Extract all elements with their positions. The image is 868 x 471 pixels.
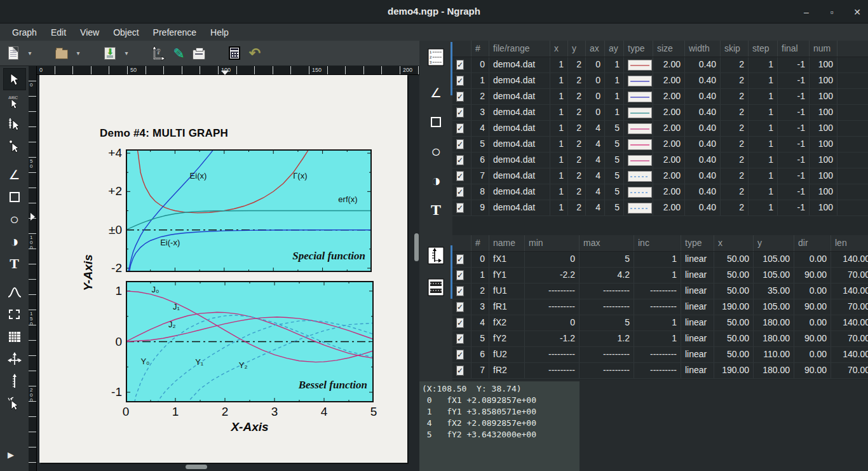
graph-page[interactable]: Demo #4: MULTI GRAPH Ei(x)Γ(x)erf(x)Ei(-… <box>39 75 407 463</box>
tool-axis-point[interactable] <box>3 113 26 135</box>
table-row[interactable]: ✓1demo4.dat12012.000.4021-1100 <box>452 73 868 89</box>
table-row[interactable]: ✓4demo4.dat12452.000.4021-1100 <box>452 121 868 137</box>
h-ruler-label: 50 <box>130 67 137 73</box>
row-checkbox[interactable]: ✓ <box>456 334 464 344</box>
minimize-button[interactable]: – <box>801 7 812 17</box>
table-row[interactable]: ✓0fX1051linear50.00105.000.00140.0010 <box>452 252 868 268</box>
tab-axis[interactable] <box>419 244 452 267</box>
tab-text[interactable]: T <box>419 198 452 221</box>
open-dropdown[interactable]: ▾ <box>74 50 83 57</box>
tool-data-point[interactable] <box>3 135 26 157</box>
row-checkbox[interactable]: ✓ <box>456 318 464 328</box>
bessel-function-plot[interactable]: J₀J₁J₂Y₀Y₁Y₂Bessel function-101012345X-A… <box>126 281 374 402</box>
tool-gauss[interactable] <box>3 281 26 303</box>
ellipse-icon: ○ <box>431 145 441 158</box>
tool-frame-graph[interactable] <box>3 303 26 325</box>
row-checkbox[interactable]: ✓ <box>456 203 464 213</box>
row-checkbox[interactable]: ✓ <box>456 155 464 165</box>
row-checkbox[interactable]: ✓ <box>456 123 464 133</box>
h-ruler-label: 100 <box>221 67 231 73</box>
save-dropdown[interactable]: ▾ <box>122 50 131 57</box>
tool-single-axis[interactable] <box>3 370 26 392</box>
table-row[interactable]: ✓6demo4.dat12452.000.4021-1100 <box>452 153 868 168</box>
table-row[interactable]: ✓2demo4.dat12012.000.4021-1100 <box>452 89 868 105</box>
print-button[interactable] <box>191 44 207 62</box>
save-button[interactable] <box>102 44 118 62</box>
table-row[interactable]: ✓5demo4.dat12452.000.4021-1100 <box>452 137 868 153</box>
row-checkbox[interactable]: ✓ <box>456 254 464 264</box>
row-checkbox[interactable]: ✓ <box>456 92 464 102</box>
tab-data-list[interactable]: 123 <box>419 46 452 69</box>
tool-point[interactable] <box>3 68 26 90</box>
col-header <box>452 235 471 251</box>
new-graph-button[interactable] <box>5 44 22 62</box>
draw-button[interactable]: ✎ <box>170 44 187 62</box>
table-row[interactable]: ✓1fY1-2.24.21linear50.00105.0090.0070.00… <box>452 268 868 283</box>
tool-rectangle[interactable] <box>3 186 26 208</box>
canvas-vertical-scrollbar[interactable] <box>414 75 419 471</box>
row-checkbox[interactable]: ✓ <box>456 365 464 376</box>
table-row[interactable]: ✓0demo4.dat12012.000.4021-1100 <box>452 57 868 73</box>
table-row[interactable]: ✓7fR2---------------------------linear19… <box>452 363 868 379</box>
menu-preference[interactable]: Preference <box>146 25 203 40</box>
row-checkbox[interactable]: ✓ <box>456 107 464 118</box>
table-row[interactable]: ✓4fX2051linear50.00180.000.00140.0014 <box>452 315 868 331</box>
table-row[interactable]: ✓3fR1---------------------------linear19… <box>452 299 868 315</box>
palette-expand-arrow[interactable]: ▶ <box>8 450 14 460</box>
undo-button[interactable]: ↶ <box>247 44 263 62</box>
axis-list-icon <box>428 247 444 264</box>
row-checkbox[interactable]: ✓ <box>456 76 464 86</box>
row-checkbox[interactable]: ✓ <box>456 270 464 280</box>
tab-rectangle[interactable] <box>419 111 452 133</box>
table-row[interactable]: ✓3demo4.dat12012.000.4021-1100 <box>452 105 868 121</box>
vertical-scroll-thumb[interactable] <box>414 233 419 261</box>
graph-title[interactable]: Demo #4: MULTI GRAPH <box>100 127 228 140</box>
new-dropdown[interactable]: ▾ <box>25 50 34 57</box>
tool-zoom[interactable] <box>3 392 26 414</box>
tab-path[interactable]: ∠ <box>419 81 452 104</box>
row-checkbox[interactable]: ✓ <box>456 302 464 312</box>
row-checkbox[interactable]: ✓ <box>456 286 464 296</box>
table-row[interactable]: ✓8demo4.dat12452.000.4021-1100 <box>452 184 868 200</box>
tool-path[interactable]: ∠ <box>3 163 26 186</box>
y-axis-title[interactable]: Y-Axis <box>81 254 95 291</box>
table-row[interactable]: ✓2fU1---------------------------linear50… <box>452 283 868 299</box>
open-button[interactable] <box>53 44 70 62</box>
col-header: x <box>714 235 754 251</box>
tool-arc[interactable]: ◑ <box>3 230 26 252</box>
menu-edit[interactable]: Edit <box>44 25 73 40</box>
table-row[interactable]: ✓5fY2-1.21.21linear50.00180.0090.0070.00… <box>452 331 868 347</box>
menu-object[interactable]: Object <box>106 25 146 40</box>
cell-id: 9 <box>471 200 489 215</box>
table-row[interactable]: ✓7demo4.dat12452.000.4021-1100 <box>452 168 868 184</box>
x-axis-title[interactable]: X-Axis <box>224 420 275 434</box>
row-checkbox[interactable]: ✓ <box>456 171 464 181</box>
horizontal-scroll-thumb[interactable] <box>186 465 207 469</box>
menu-help[interactable]: Help <box>203 25 236 40</box>
evaluate-button[interactable] <box>226 44 243 62</box>
tab-merge[interactable] <box>419 276 452 299</box>
tool-ellipse[interactable]: ○ <box>3 208 26 230</box>
table-row[interactable]: ✓6fU2---------------------------linear50… <box>452 347 868 363</box>
special-function-plot[interactable]: Ei(x)Γ(x)erf(x)Ei(-x)Special function-2±… <box>126 149 372 272</box>
close-button[interactable]: ✕ <box>851 7 863 17</box>
row-checkbox[interactable]: ✓ <box>456 139 464 149</box>
tool-cross-graph[interactable] <box>3 348 26 370</box>
tool-section-graph[interactable] <box>3 325 26 348</box>
tab-ellipse[interactable]: ○ <box>419 140 452 163</box>
y-tick-label: +2 <box>97 184 122 198</box>
maximize-button[interactable]: ▫ <box>826 7 837 17</box>
tab-arc[interactable]: ◑ <box>419 169 452 192</box>
tool-text[interactable]: T <box>3 252 26 275</box>
menu-view[interactable]: View <box>73 25 106 40</box>
cell-file: demo4.dat <box>489 137 550 152</box>
drawing-canvas[interactable]: Demo #4: MULTI GRAPH Ei(x)Γ(x)erf(x)Ei(-… <box>37 75 419 471</box>
table-row[interactable]: ✓9demo4.dat12452.000.4021-1100 <box>452 200 868 216</box>
menu-graph[interactable]: Graph <box>5 25 44 40</box>
cell-id: 5 <box>471 137 489 152</box>
row-checkbox[interactable]: ✓ <box>456 350 464 360</box>
tool-legend-point[interactable]: ABC <box>3 90 26 113</box>
row-checkbox[interactable]: ✓ <box>456 187 464 197</box>
row-checkbox[interactable]: ✓ <box>456 60 464 70</box>
scale-undo-button[interactable]: ? <box>150 44 166 62</box>
